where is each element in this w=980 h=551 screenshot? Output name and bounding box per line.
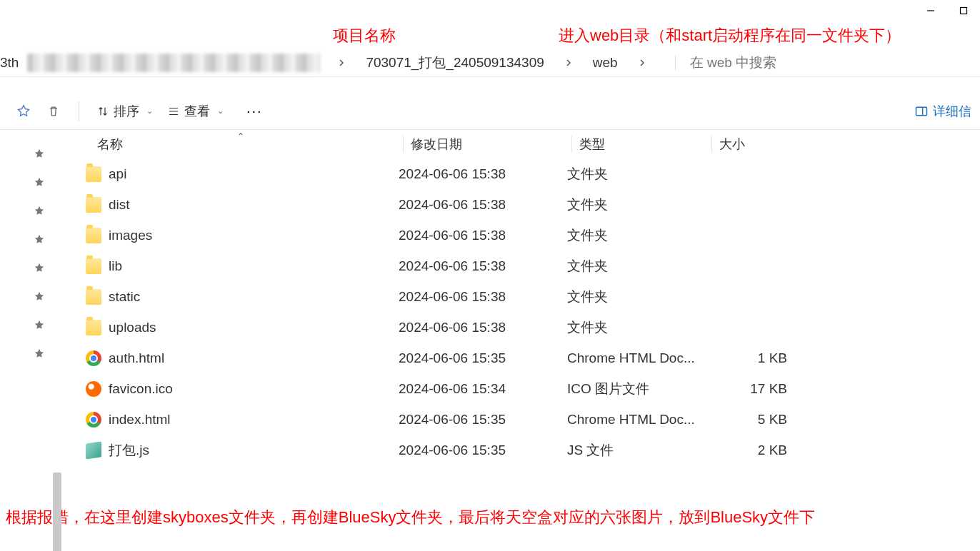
file-name: static	[109, 289, 140, 305]
quick-access-pin[interactable]	[0, 226, 59, 254]
delete-icon[interactable]	[39, 98, 69, 124]
js-file-icon	[86, 441, 101, 459]
quick-access-pin[interactable]	[0, 254, 59, 283]
file-row[interactable]: auth.html2024-06-06 15:35Chrome HTML Doc…	[81, 343, 980, 373]
file-type: 文件夹	[560, 226, 700, 245]
window-maximize-button[interactable]	[947, 0, 980, 21]
file-type: 文件夹	[560, 288, 700, 306]
file-name: lib	[109, 258, 122, 274]
folder-icon	[86, 228, 101, 243]
file-date: 2024-06-06 15:38	[391, 228, 560, 243]
svg-rect-2	[916, 107, 927, 116]
annotation-project-name: 项目名称	[333, 25, 396, 46]
file-size: 17 KB	[700, 381, 800, 397]
file-row[interactable]: images2024-06-06 15:38文件夹	[81, 220, 980, 251]
file-row[interactable]: dist2024-06-06 15:38文件夹	[81, 189, 980, 220]
view-button[interactable]: 查看 ⌄	[160, 98, 231, 124]
folder-icon	[86, 197, 101, 213]
folder-icon	[86, 166, 101, 182]
column-header-name[interactable]: 名称 ⌃	[97, 136, 403, 153]
file-date: 2024-06-06 15:34	[391, 381, 560, 397]
sort-button[interactable]: 排序 ⌄	[89, 98, 160, 124]
file-date: 2024-06-06 15:38	[391, 320, 560, 335]
folder-icon	[86, 289, 101, 305]
file-name: images	[109, 228, 152, 243]
toolbar: 排序 ⌄ 查看 ⌄ ··· 详细信	[0, 93, 980, 130]
file-name: api	[109, 166, 126, 182]
breadcrumb-obscured	[27, 54, 320, 72]
file-name: auth.html	[109, 350, 164, 366]
file-row[interactable]: uploads2024-06-06 15:38文件夹	[81, 312, 980, 343]
sort-ascending-icon: ⌃	[237, 131, 244, 141]
file-type: 文件夹	[560, 257, 700, 276]
file-size: 2 KB	[700, 443, 800, 458]
folder-icon	[86, 320, 101, 335]
column-header-date[interactable]: 修改日期	[403, 136, 571, 153]
file-date: 2024-06-06 15:38	[391, 166, 560, 182]
column-header-type[interactable]: 类型	[571, 136, 711, 153]
quick-access-rail	[0, 130, 60, 551]
column-header-size[interactable]: 大小	[711, 136, 811, 153]
scrollbar-thumb[interactable]	[53, 472, 61, 551]
file-date: 2024-06-06 15:38	[391, 258, 560, 274]
file-name: uploads	[109, 320, 156, 335]
file-row[interactable]: 打包.js2024-06-06 15:35JS 文件2 KB	[81, 435, 980, 465]
chevron-right-icon[interactable]	[323, 59, 360, 67]
file-type: Chrome HTML Doc...	[560, 350, 700, 366]
quick-access-pin[interactable]	[0, 311, 59, 340]
chevron-down-icon: ⌄	[146, 106, 153, 116]
search-area	[675, 55, 980, 71]
details-pane-button[interactable]: 详细信	[914, 103, 971, 120]
quick-access-pin[interactable]	[0, 283, 59, 311]
window-minimize-button[interactable]	[914, 0, 947, 21]
file-type: 文件夹	[560, 196, 700, 214]
file-type: JS 文件	[560, 441, 700, 460]
details-label: 详细信	[933, 103, 971, 120]
file-row[interactable]: api2024-06-06 15:38文件夹	[81, 158, 980, 189]
file-date: 2024-06-06 15:35	[391, 412, 560, 428]
file-row[interactable]: favicon.ico2024-06-06 15:34ICO 图片文件17 KB	[81, 373, 980, 404]
address-bar[interactable]: 3th 703071_打包_240509134309 web	[0, 49, 980, 77]
file-name: 打包.js	[109, 441, 149, 460]
column-headers: 名称 ⌃ 修改日期 类型 大小	[81, 130, 980, 158]
quick-access-pin[interactable]	[0, 140, 59, 168]
file-date: 2024-06-06 15:35	[391, 443, 560, 458]
chevron-right-icon[interactable]	[550, 59, 587, 67]
folder-icon	[86, 258, 101, 274]
search-input[interactable]	[690, 55, 904, 71]
annotation-enter-web: 进入web目录（和start启动程序在同一文件夹下）	[559, 25, 901, 46]
file-row[interactable]: lib2024-06-06 15:38文件夹	[81, 251, 980, 281]
file-type: 文件夹	[560, 165, 700, 183]
ico-file-icon	[86, 381, 101, 397]
file-name: favicon.ico	[109, 381, 173, 397]
window-controls	[914, 0, 980, 21]
view-label: 查看	[184, 103, 210, 120]
file-date: 2024-06-06 15:38	[391, 197, 560, 213]
breadcrumb-segment-web[interactable]: web	[587, 55, 624, 71]
file-type: ICO 图片文件	[560, 380, 700, 398]
chrome-icon	[86, 412, 101, 428]
file-name: index.html	[109, 412, 171, 428]
file-type: Chrome HTML Doc...	[560, 412, 700, 428]
file-date: 2024-06-06 15:35	[391, 350, 560, 366]
more-button[interactable]: ···	[238, 98, 271, 123]
file-row[interactable]: static2024-06-06 15:38文件夹	[81, 281, 980, 312]
main-area: 名称 ⌃ 修改日期 类型 大小 api2024-06-06 15:38文件夹di…	[0, 130, 980, 551]
chrome-icon	[86, 350, 101, 366]
quick-access-pin[interactable]	[0, 168, 59, 197]
chevron-right-icon[interactable]	[624, 59, 661, 67]
file-type: 文件夹	[560, 318, 700, 337]
breadcrumb-prefix: 3th	[0, 55, 24, 71]
sort-label: 排序	[114, 103, 139, 120]
svg-rect-1	[961, 8, 967, 14]
quick-access-pin[interactable]	[0, 197, 59, 226]
file-name: dist	[109, 197, 130, 213]
file-list-area: 名称 ⌃ 修改日期 类型 大小 api2024-06-06 15:38文件夹di…	[60, 130, 980, 551]
file-size: 5 KB	[700, 412, 800, 428]
quick-access-pin[interactable]	[0, 340, 59, 368]
file-list: api2024-06-06 15:38文件夹dist2024-06-06 15:…	[81, 158, 980, 465]
file-date: 2024-06-06 15:38	[391, 289, 560, 305]
file-row[interactable]: index.html2024-06-06 15:35Chrome HTML Do…	[81, 404, 980, 435]
breadcrumb-segment-project[interactable]: 703071_打包_240509134309	[360, 54, 549, 72]
pin-icon[interactable]	[9, 98, 39, 124]
